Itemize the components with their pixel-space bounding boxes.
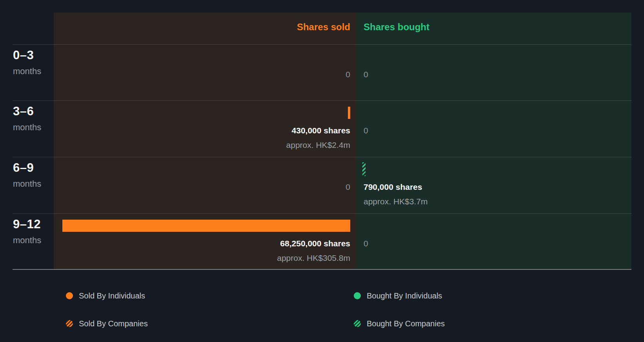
period-row-0-3-months: 0–3 months 0 0 [0,44,644,100]
bought-value-cell: 0 [364,238,615,249]
sold-bar[interactable] [348,107,350,119]
legend-label: Sold By Individuals [79,292,145,300]
bought-bar-zone [362,107,625,119]
sold-shares-value: 0 [54,182,350,192]
bought-individuals-swatch-icon [354,292,361,299]
bought-approx-value: approx. HK$3.7m [364,196,615,207]
sold-shares-value: 430,000 shares [54,126,350,136]
sold-approx-value: approx. HK$2.4m [54,140,350,150]
bought-shares-value: 0 [364,69,615,80]
bought-bar[interactable] [362,162,366,176]
sold-companies-swatch-icon [66,320,73,327]
sold-bar[interactable] [62,220,350,232]
column-header-shares-bought: Shares bought [364,22,429,33]
sold-shares-value: 0 [54,69,350,80]
sold-bar-zone [62,220,350,232]
bought-companies-swatch-icon [354,320,361,327]
gridline [13,213,631,214]
bought-bar-zone [362,220,625,232]
legend-label: Sold By Companies [79,320,148,327]
column-header-shares-sold: Shares sold [54,22,350,33]
gridline [13,100,631,101]
legend-item-sold-by-individuals[interactable]: Sold By Individuals [66,292,145,300]
bought-bar-zone [362,163,625,175]
period-unit-label: months [13,179,41,189]
period-unit-label: months [13,235,41,246]
sold-bar-zone [62,51,350,63]
period-row-6-9-months: 6–9 months 0 790,000 shares approx. HK$3… [0,157,644,213]
period-label: 0–3 [13,49,34,62]
period-label: 9–12 [13,218,41,231]
bought-bar-zone [362,51,625,63]
gridline [13,44,631,45]
sold-approx-value: approx. HK$305.8m [54,253,350,263]
chart-bottom-axis [13,269,631,270]
period-row-3-6-months: 3–6 months 430,000 shares approx. HK$2.4… [0,100,644,156]
sold-value-cell: 0 [54,182,350,192]
legend-label: Bought By Individuals [367,292,442,300]
bought-shares-value: 0 [364,238,615,249]
bought-value-cell: 0 [364,69,615,80]
bought-shares-value: 0 [364,126,615,136]
period-unit-label: months [13,66,41,76]
sold-value-cell: 430,000 shares approx. HK$2.4m [54,126,350,150]
period-row-9-12-months: 9–12 months 68,250,000 shares approx. HK… [0,213,644,269]
sold-individuals-swatch-icon [66,292,73,299]
legend-item-bought-by-individuals[interactable]: Bought By Individuals [354,292,442,300]
bought-shares-value: 790,000 shares [364,182,615,192]
period-unit-label: months [13,122,41,133]
gridline [13,157,631,157]
sold-bar-zone [62,107,350,119]
bought-value-cell: 790,000 shares approx. HK$3.7m [364,182,615,207]
sold-bar-zone [62,163,350,175]
period-label: 3–6 [13,105,34,118]
legend-label: Bought By Companies [367,320,445,327]
sold-value-cell: 0 [54,69,350,80]
bought-value-cell: 0 [364,126,615,136]
sold-value-cell: 68,250,000 shares approx. HK$305.8m [54,238,350,263]
sold-shares-value: 68,250,000 shares [54,238,350,249]
legend-item-sold-by-companies[interactable]: Sold By Companies [66,320,148,327]
legend-item-bought-by-companies[interactable]: Bought By Companies [354,320,445,327]
period-label: 6–9 [13,162,34,174]
